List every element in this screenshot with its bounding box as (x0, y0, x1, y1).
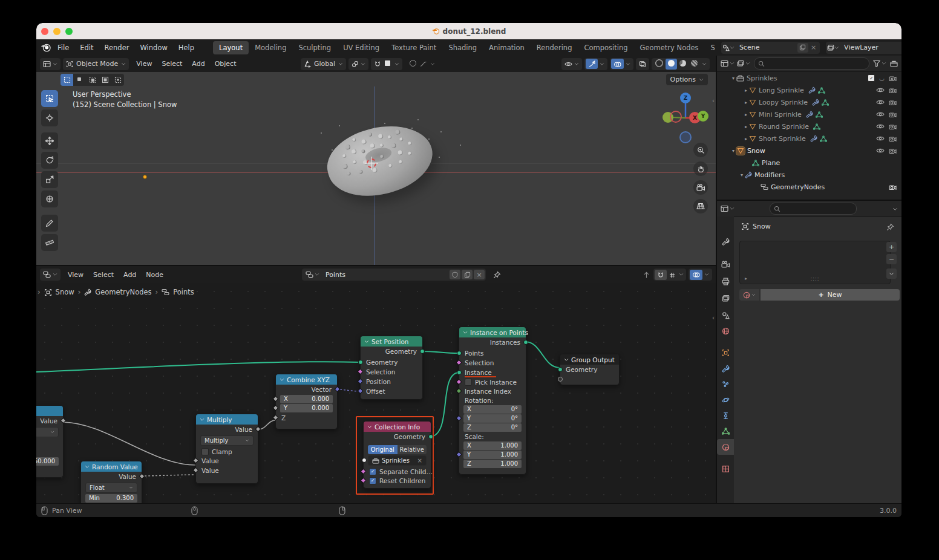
virtual-input-socket[interactable] (558, 377, 563, 382)
scene-new-button[interactable] (797, 43, 808, 53)
collapse-chevron-icon[interactable] (463, 331, 468, 334)
data-name-label[interactable]: Plane (762, 159, 780, 167)
fake-user-button[interactable] (450, 270, 460, 279)
pick-instance-socket[interactable] (456, 379, 462, 385)
outliner-row-plane[interactable]: Plane (717, 157, 901, 169)
multiply-value1-socket[interactable] (193, 458, 199, 464)
geometry-output-socket[interactable] (428, 434, 433, 439)
gizmo-z-neg-axis[interactable] (679, 131, 692, 143)
viewlayer-selector[interactable]: ViewLayer × (826, 42, 901, 54)
select-circle-button[interactable] (86, 74, 99, 86)
value-output-socket[interactable] (61, 418, 67, 424)
node-menu-node[interactable]: Node (141, 269, 168, 281)
expand-arrow-icon[interactable]: ▸ (743, 112, 749, 117)
tool-scale[interactable] (41, 171, 58, 188)
eye-icon[interactable] (876, 135, 885, 142)
expand-arrow-icon[interactable]: ▾ (730, 76, 736, 81)
pivot-point-dropdown[interactable] (348, 58, 368, 70)
expand-arrow-icon[interactable]: ▾ (739, 172, 745, 178)
scale-z-field[interactable]: Z1.000 (463, 460, 522, 468)
horizontal-splitter[interactable] (36, 265, 716, 266)
outliner-row-geometrynodes[interactable]: GeometryNodes (717, 181, 901, 193)
slot-specials-dropdown[interactable] (886, 269, 897, 279)
proportional-edit-button[interactable] (408, 59, 418, 70)
menu-edit[interactable]: Edit (74, 42, 99, 54)
node-collection-info[interactable]: Collection Info Geometry Original Relati… (363, 421, 431, 489)
scale-input-socket[interactable] (456, 452, 462, 458)
tab-layout[interactable]: Layout (213, 41, 249, 54)
collapse-chevron-icon[interactable] (280, 378, 284, 382)
node-editor-canvas[interactable]: › Snow › GeometryNodes › Points ‹ Value (36, 283, 716, 503)
breadcrumb-arrow[interactable]: › (38, 288, 41, 296)
tab-particles[interactable] (717, 376, 734, 392)
tab-object[interactable] (717, 345, 734, 360)
pin-nodetree-button[interactable] (488, 270, 506, 279)
outliner-row-modifiers[interactable]: ▾ Modifiers (717, 169, 901, 181)
menu-render[interactable]: Render (99, 42, 135, 54)
tab-sculpting[interactable]: Sculpting (292, 41, 337, 54)
outliner-filter-type-dropdown[interactable] (737, 60, 750, 67)
select-paint-button[interactable] (111, 74, 124, 86)
scale-y-field[interactable]: Y1.000 (463, 451, 522, 459)
collapse-chevron-icon[interactable] (200, 418, 204, 422)
tab-texture-paint[interactable]: Texture Paint (385, 41, 442, 54)
multiply-value2-socket[interactable] (193, 467, 199, 474)
value-node-dropdown[interactable] (36, 427, 59, 437)
eye-icon[interactable] (876, 87, 885, 93)
instance-index-socket[interactable] (456, 388, 462, 394)
tool-measure[interactable] (41, 234, 58, 251)
camera-icon[interactable] (889, 135, 897, 142)
instances-output-socket[interactable] (523, 340, 528, 345)
rotation-y-field[interactable]: Y0° (463, 414, 522, 423)
x-field[interactable]: X0.000 (280, 395, 333, 403)
slot-grip-handle[interactable]: :::: (740, 276, 890, 282)
node-menu-add[interactable]: Add (119, 269, 141, 281)
remove-slot-button[interactable]: − (886, 254, 897, 264)
collapse-chevron-icon[interactable] (564, 358, 569, 362)
expand-arrow-icon[interactable]: ▸ (743, 124, 749, 129)
tool-select-box[interactable] (41, 90, 58, 107)
instance-input-socket[interactable] (457, 370, 462, 375)
tab-world[interactable] (717, 323, 734, 339)
reset-children-socket[interactable] (361, 478, 367, 484)
modifier-name[interactable]: GeometryNodes (771, 183, 825, 191)
collection-checkbox[interactable]: ✓ (868, 74, 875, 82)
node-editor-type-button[interactable] (40, 269, 61, 281)
show-overlays-button[interactable] (611, 59, 624, 69)
add-slot-button[interactable]: + (886, 242, 897, 252)
tab-output[interactable] (717, 273, 734, 289)
tab-uv-editing[interactable]: UV Editing (337, 41, 385, 54)
expand-arrow-icon[interactable]: ▾ (730, 148, 736, 154)
eye-icon[interactable] (876, 148, 885, 154)
node-menu-view[interactable]: View (63, 269, 88, 281)
tab-material[interactable] (717, 439, 734, 455)
navigation-gizmo[interactable]: Z X Y (659, 89, 714, 149)
outliner-row-long-sprinkle[interactable]: ▸ Long Sprinkle (717, 84, 901, 96)
tab-modeling[interactable]: Modeling (249, 41, 292, 54)
copy-nodetree-button[interactable] (462, 270, 473, 279)
zoom-view-button[interactable] (693, 143, 708, 157)
points-input-socket[interactable] (457, 351, 462, 356)
tab-scripting-clipped[interactable]: S (705, 41, 715, 54)
vector-output-socket[interactable] (335, 386, 341, 392)
reset-children-checkbox[interactable]: ✓ (369, 477, 376, 484)
reset-children-row[interactable]: ✓Reset Children (364, 476, 431, 485)
shading-solid-button[interactable] (666, 59, 677, 70)
tool-rotate[interactable] (41, 152, 58, 169)
relative-button[interactable]: Relative (398, 445, 427, 454)
tab-render[interactable] (717, 256, 734, 272)
collapse-chevron-icon[interactable] (367, 425, 372, 429)
outliner-row-round-sprinkle[interactable]: ▸ Round Sprinkle (717, 120, 901, 132)
outliner-row-loopy-sprinkle[interactable]: ▸ Loopy Sprinkle (717, 96, 901, 108)
outliner-search-input[interactable] (754, 57, 869, 70)
gizmo-x-neg-axis[interactable] (670, 111, 682, 123)
object-name[interactable]: Snow (747, 147, 765, 155)
y-field[interactable]: Y0.000 (280, 404, 333, 412)
tab-animation[interactable]: Animation (483, 41, 531, 54)
gizmo-z-axis[interactable]: Z (680, 93, 691, 103)
new-collection-button[interactable] (890, 60, 898, 68)
eye-icon[interactable] (876, 111, 885, 117)
properties-search-input[interactable] (770, 203, 857, 215)
offset-input-socket[interactable] (358, 388, 364, 394)
collapse-chevron-icon[interactable] (364, 340, 369, 343)
